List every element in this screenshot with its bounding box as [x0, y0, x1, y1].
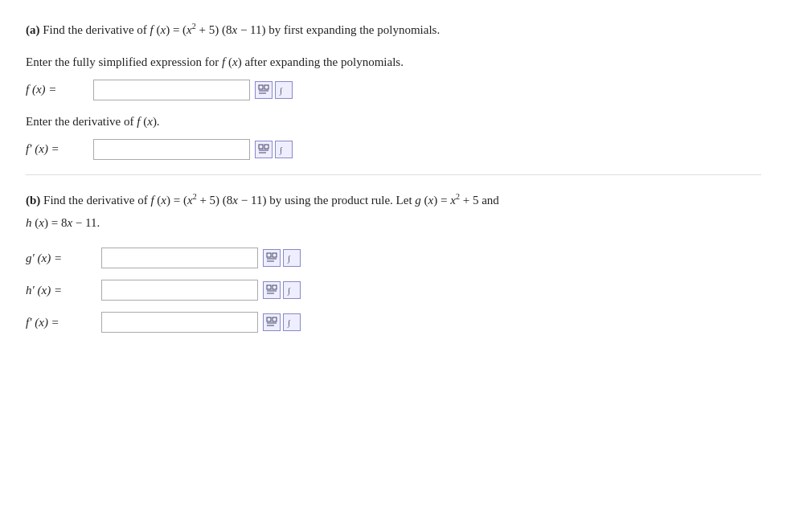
part-a-fx-symbol-icon[interactable]: ∫ [275, 81, 293, 99]
part-a-fprime-expand-icon[interactable] [255, 141, 273, 158]
part-b-h-line: h (x) = 8x − 11. [26, 212, 761, 233]
part-a-instruction1: Enter the fully simplified expression fo… [26, 52, 761, 72]
svg-rect-0 [259, 85, 263, 89]
svg-rect-15 [267, 285, 271, 289]
svg-text:∫: ∫ [287, 286, 291, 296]
part-b-gprime-icons: ∫ [263, 249, 301, 267]
svg-rect-16 [273, 285, 277, 289]
part-a-fprime-input[interactable] [93, 139, 250, 160]
part-b-gprime-label: g′ (x) = [26, 252, 98, 265]
part-b-hprime-symbol-icon[interactable]: ∫ [283, 281, 301, 299]
part-b-problem: (b) Find the derivative of f (x) = (x2 +… [26, 190, 761, 211]
part-b-section: (b) Find the derivative of f (x) = (x2 +… [26, 190, 761, 334]
part-b-label: (b) [26, 194, 40, 207]
part-b-gprime-expand-icon[interactable] [263, 249, 281, 267]
part-b-hprime-expand-icon[interactable] [263, 281, 281, 299]
part-a-input1-row: f (x) = ∫ [26, 80, 761, 100]
svg-text:∫: ∫ [279, 145, 283, 155]
part-a-fprime-label: f′ (x) = [26, 142, 90, 156]
part-a-fx-expand-icon[interactable] [255, 81, 273, 99]
part-a-section: (a) Find the derivative of f (x) = (x2 +… [26, 19, 761, 160]
part-b-hprime-input[interactable] [101, 280, 258, 301]
part-a-fx-icons: ∫ [255, 81, 293, 99]
part-b-hprime-icons: ∫ [263, 281, 301, 299]
part-a-problem: (a) Find the derivative of f (x) = (x2 +… [26, 19, 761, 41]
part-b-fprime-input[interactable] [101, 312, 258, 333]
svg-rect-11 [273, 253, 277, 257]
svg-rect-1 [264, 85, 268, 89]
part-b-fprime-icons: ∫ [263, 313, 301, 331]
svg-rect-5 [259, 145, 263, 149]
part-a-fprime-icons: ∫ [255, 141, 293, 158]
svg-text:∫: ∫ [287, 318, 291, 328]
svg-rect-20 [267, 317, 271, 321]
part-b-fprime-label: f′ (x) = [26, 316, 98, 329]
part-b-text-pre: Find the derivative of f (x) = (x2 + 5) … [43, 194, 499, 207]
part-a-label: (a) [26, 23, 40, 36]
svg-rect-21 [273, 317, 277, 321]
part-a-fx-input[interactable] [93, 80, 250, 100]
part-b-hprime-label: h′ (x) = [26, 284, 98, 297]
part-a-text-pre: Find the derivative of f (x) = (x2 + 5) … [43, 23, 440, 36]
svg-text:∫: ∫ [287, 254, 291, 264]
part-b-fprime-row: f′ (x) = ∫ [26, 312, 761, 333]
svg-text:∫: ∫ [279, 86, 283, 96]
part-b-hprime-row: h′ (x) = ∫ [26, 280, 761, 301]
part-b-gprime-symbol-icon[interactable]: ∫ [283, 249, 301, 267]
part-b-fprime-symbol-icon[interactable]: ∫ [283, 313, 301, 331]
svg-rect-6 [264, 145, 268, 149]
part-a-input2-row: f′ (x) = ∫ [26, 139, 761, 160]
part-a-fprime-symbol-icon[interactable]: ∫ [275, 141, 293, 158]
part-b-fprime-expand-icon[interactable] [263, 313, 281, 331]
part-a-fx-label: f (x) = [26, 83, 90, 96]
part-b-gprime-row: g′ (x) = ∫ [26, 248, 761, 268]
part-a-instruction2: Enter the derivative of f (x). [26, 112, 761, 131]
section-divider [26, 174, 761, 175]
part-b-gprime-input[interactable] [101, 248, 258, 268]
svg-rect-10 [267, 253, 271, 257]
